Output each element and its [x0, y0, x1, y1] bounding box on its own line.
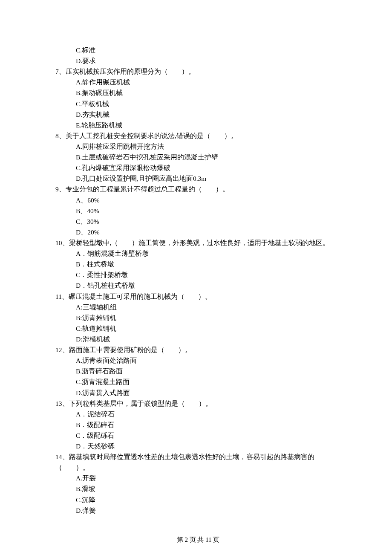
question-stem: 8、关于人工挖孔桩安全控制要求的说法,错误的是（ ）。: [55, 130, 341, 141]
option-item: B.滑坡: [55, 483, 341, 494]
question-number: 11、: [55, 293, 69, 300]
question-block: 13、下列粒料类基层中，属于嵌锁型的是（ ）。 A．泥结碎石 B．级配碎石 C．…: [55, 398, 341, 452]
question-text: 梁桥轻型墩中,（ ）施工简便，外形美观，过水性良好，适用于地基土软弱的地区。: [69, 239, 330, 246]
question-number: 8、: [55, 132, 66, 139]
page-content: C.标准 D.要求 7、压实机械按压实作用的原理分为（ ）。 A.静作用碾压机械…: [0, 0, 392, 555]
option-item: D.沥青贯入式路面: [55, 387, 341, 398]
option-item: A.开裂: [55, 473, 341, 483]
option-item: C、30%: [55, 216, 341, 227]
question-number: 10、: [55, 239, 69, 246]
option-item: B、40%: [55, 205, 341, 216]
option-item: A.同排桩应采用跳槽开挖方法: [55, 141, 341, 152]
option-item: C.沥青混凝土路面: [55, 376, 341, 387]
option-item: B.土层或破碎岩石中挖孔桩应采用的混凝土护壁: [55, 152, 341, 162]
prev-question-options: C.标准 D.要求: [55, 45, 341, 66]
question-stem: 10、梁桥轻型墩中,（ ）施工简便，外形美观，过水性良好，适用于地基土软弱的地区…: [55, 237, 341, 248]
option-item: A.沥青表面处治路面: [55, 355, 341, 366]
option-item: D:滑模机械: [55, 334, 341, 344]
option-item: E.轮胎压路机械: [55, 120, 341, 130]
question-text: 下列粒料类基层中，属于嵌锁型的是（ ）。: [69, 400, 212, 407]
option-item: C:轨道摊铺机: [55, 323, 341, 334]
option-item: A:三辊轴机组: [55, 302, 341, 312]
option-item: B:沥青摊铺机: [55, 312, 341, 323]
question-stem: 9、专业分包的工程量累计不得超过总工程量的（ ）。: [55, 184, 341, 194]
question-block: 12、路面施工中需要使用矿粉的是（ ）。 A.沥青表面处治路面 B.沥青碎石路面…: [55, 344, 341, 398]
question-block: 14、路基填筑时局部位置透水性差的土壤包裹透水性好的土壤，容易引起的路基病害的（…: [55, 451, 341, 516]
option-item: D．天然砂砾: [55, 441, 341, 451]
option-item: B.沥青碎石路面: [55, 366, 341, 376]
option-item: C.标准: [55, 45, 341, 55]
option-item: D、20%: [55, 227, 341, 237]
option-item: B．级配碎石: [55, 419, 341, 430]
option-item: C．柔性排架桥墩: [55, 269, 341, 280]
question-block: 9、专业分包的工程量累计不得超过总工程量的（ ）。 A、60% B、40% C、…: [55, 184, 341, 237]
option-item: A、60%: [55, 195, 341, 205]
option-item: C.平板机械: [55, 98, 341, 109]
question-number: 13、: [55, 400, 69, 407]
option-item: B.振动碾压机械: [55, 87, 341, 98]
question-text: 关于人工挖孔桩安全控制要求的说法,错误的是（ ）。: [66, 132, 238, 139]
question-number: 7、: [55, 68, 66, 75]
option-item: C．级配砾石: [55, 430, 341, 441]
question-text: 路面施工中需要使用矿粉的是（ ）。: [69, 346, 192, 353]
question-block: 11、碾压混凝土施工可采用的施工机械为（ ）。 A:三辊轴机组 B:沥青摊铺机 …: [55, 291, 341, 345]
question-stem: 13、下列粒料类基层中，属于嵌锁型的是（ ）。: [55, 398, 341, 409]
option-item: D.要求: [55, 55, 341, 66]
option-item: D．钻孔桩柱式桥墩: [55, 280, 341, 291]
question-block: 10、梁桥轻型墩中,（ ）施工简便，外形美观，过水性良好，适用于地基土软弱的地区…: [55, 237, 341, 291]
question-block: 7、压实机械按压实作用的原理分为（ ）。 A.静作用碾压机械 B.振动碾压机械 …: [55, 66, 341, 130]
question-stem: 7、压实机械按压实作用的原理分为（ ）。: [55, 66, 341, 77]
question-text: 专业分包的工程量累计不得超过总工程量的（ ）。: [66, 185, 229, 193]
option-item: A．泥结碎石: [55, 409, 341, 419]
option-item: D.夯实机械: [55, 109, 341, 120]
question-number: 9、: [55, 185, 66, 193]
question-text: 压实机械按压实作用的原理分为（ ）。: [66, 68, 195, 75]
question-number: 14、: [55, 453, 69, 460]
option-item: A.静作用碾压机械: [55, 77, 341, 87]
question-stem: 11、碾压混凝土施工可采用的施工机械为（ ）。: [55, 291, 341, 302]
question-stem: 14、路基填筑时局部位置透水性差的土壤包裹透水性好的土壤，容易引起的路基病害的（…: [55, 451, 341, 473]
question-text: 路基填筑时局部位置透水性差的土壤包裹透水性好的土壤，容易引起的路基病害的（ ）。: [55, 453, 314, 471]
question-stem: 12、路面施工中需要使用矿粉的是（ ）。: [55, 344, 341, 355]
option-item: C.沉降: [55, 494, 341, 505]
question-text: 碾压混凝土施工可采用的施工机械为（ ）。: [69, 293, 212, 300]
question-number: 12、: [55, 346, 69, 353]
option-item: D.孔口处应设置护圈,且护圈应高出地面0.3m: [55, 173, 341, 184]
option-item: C.孔内爆破宜采用深眼松动爆破: [55, 162, 341, 173]
option-item: B．柱式桥墩: [55, 259, 341, 269]
option-item: A．钢筋混凝土薄壁桥墩: [55, 248, 341, 259]
page-footer: 第 2 页 共 11 页: [55, 535, 341, 545]
question-block: 8、关于人工挖孔桩安全控制要求的说法,错误的是（ ）。 A.同排桩应采用跳槽开挖…: [55, 130, 341, 184]
option-item: D.弹簧: [55, 505, 341, 516]
